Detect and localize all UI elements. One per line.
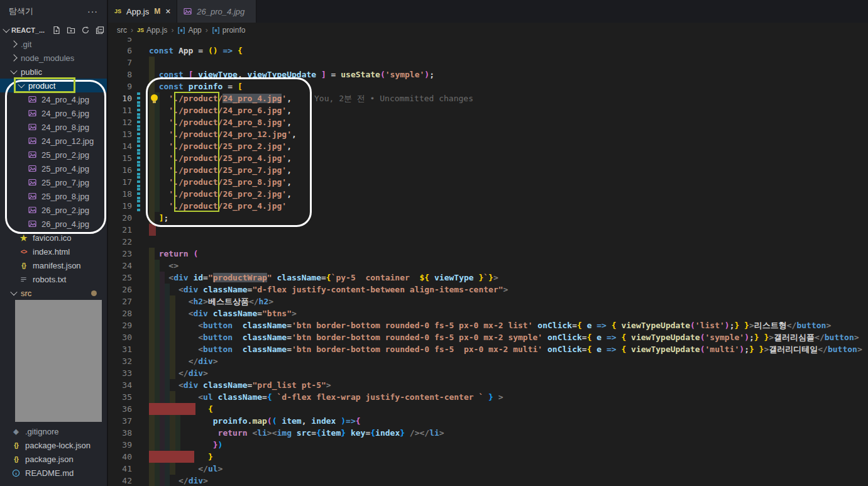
code-line-10[interactable]: 10 './product/24_pro_4.jpg',You, 2분 전 • …	[108, 92, 868, 104]
line-number: 38	[108, 427, 140, 439]
code-line-19[interactable]: 19 './product/26_pro_4.jpg'	[108, 200, 868, 212]
tree-item-26_pro_2.jpg[interactable]: 26_pro_2.jpg	[0, 203, 107, 217]
code-line-7[interactable]: 7	[108, 57, 868, 69]
code-line-39[interactable]: 39 })	[108, 439, 868, 451]
tree-item-26_pro_4.jpg[interactable]: 26_pro_4.jpg	[0, 217, 107, 231]
code-line-41[interactable]: 41 </ul>	[108, 463, 868, 475]
code-line-37[interactable]: 37 proinfo.map(( item, index )=>{	[108, 415, 868, 427]
code-line-29[interactable]: 29 <button className='btn border-bottom …	[108, 319, 868, 331]
code-line-32[interactable]: 32 </div>	[108, 355, 868, 367]
code-line-36[interactable]: 36 {	[108, 403, 868, 415]
code-line-25[interactable]: 25 <div id="productWrap" className={`py-…	[108, 272, 868, 284]
code-line-38[interactable]: 38 return <li><img src={item} key={index…	[108, 427, 868, 439]
tree-item-node_modules[interactable]: node_modules	[0, 51, 107, 65]
breadcrumb-item-src[interactable]: src	[117, 26, 127, 35]
code-line-23[interactable]: 23 return (	[108, 248, 868, 260]
line-number: 11	[108, 104, 140, 116]
tree-item-product[interactable]: product	[0, 79, 107, 92]
close-icon[interactable]: ×	[165, 6, 170, 16]
code-line-14[interactable]: 14 './product/25_pro_2.jpg',	[108, 140, 868, 152]
code-line-12[interactable]: 12 './product/24_pro_8.jpg',	[108, 116, 868, 128]
tree-item-25_pro_2.jpg[interactable]: 25_pro_2.jpg	[0, 148, 107, 162]
tree-item-favicon.ico[interactable]: ★favicon.ico	[0, 231, 107, 245]
tree-item-24_pro_12.jpg[interactable]: 24_pro_12.jpg	[0, 134, 107, 148]
code-line-35[interactable]: 35 <ul className={ `d-flex flex-wrap jus…	[108, 391, 868, 403]
git-modified-gutter	[137, 140, 140, 152]
code-line-34[interactable]: 34 <div className="prd_list pt-5">	[108, 379, 868, 391]
code-line-31[interactable]: 31 <button className='btn border-bottom …	[108, 343, 868, 355]
line-number: 23	[108, 248, 140, 260]
tree-item-.gitignore[interactable]: ◈.gitignore	[0, 424, 107, 438]
breadcrumb-separator: ›	[171, 26, 173, 35]
breadcrumb-item-proinfo[interactable]: proinfo	[212, 26, 246, 35]
tree-item-index.html[interactable]: <>index.html	[0, 245, 107, 258]
tree-item-package-lock.json[interactable]: {}package-lock.json	[0, 438, 107, 452]
tree-item-robots.txt[interactable]: robots.txt	[0, 272, 107, 286]
collapse-all-icon[interactable]	[96, 26, 104, 35]
tree-item-src[interactable]: src	[0, 286, 107, 300]
tree-item-25_pro_4.jpg[interactable]: 25_pro_4.jpg	[0, 162, 107, 175]
line-number: 36	[108, 403, 140, 415]
new-folder-icon	[67, 26, 75, 35]
tree-item-manifest.json[interactable]: {}manifest.json	[0, 258, 107, 272]
collapse-all-icon	[96, 26, 104, 35]
line-number: 14	[108, 140, 140, 152]
line-number: 22	[108, 236, 140, 248]
tree-item-24_pro_6.jpg[interactable]: 24_pro_6.jpg	[0, 106, 107, 120]
tab-App.js[interactable]: JSApp.jsM×	[108, 0, 177, 23]
code-line-20[interactable]: 20 ];	[108, 212, 868, 224]
project-section-header[interactable]: REACT_...	[0, 23, 107, 37]
tree-item-package.json[interactable]: {}package.json	[0, 452, 107, 466]
code-line-26[interactable]: 26 <div className="d-flex justify-conten…	[108, 284, 868, 295]
code-line-24[interactable]: 24 <>	[108, 260, 868, 272]
line-number: 13	[108, 128, 140, 140]
git-modified-gutter	[137, 176, 140, 188]
tab-bar: JSApp.jsM×26_pro_4.jpg	[108, 0, 868, 23]
tree-item-public[interactable]: public	[0, 65, 107, 79]
code-line-13[interactable]: 13 './product/24_pro_12.jpg',	[108, 128, 868, 140]
tree-item-24_pro_8.jpg[interactable]: 24_pro_8.jpg	[0, 120, 107, 134]
line-number: 15	[108, 152, 140, 164]
code-line-9[interactable]: 9 const proinfo = [	[108, 80, 868, 92]
line-number: 20	[108, 212, 140, 224]
more-actions-icon[interactable]: ···	[87, 6, 98, 16]
tree-item-.git[interactable]: .git	[0, 37, 107, 51]
refresh-icon[interactable]	[81, 26, 90, 35]
tree-item-24_pro_4.jpg[interactable]: 24_pro_4.jpg	[0, 92, 107, 106]
code-line-40[interactable]: 40 }	[108, 451, 868, 463]
git-modified-gutter	[137, 152, 140, 164]
git-modified-gutter	[137, 104, 140, 116]
tree-item-25_pro_7.jpg[interactable]: 25_pro_7.jpg	[0, 175, 107, 189]
line-number: 18	[108, 188, 140, 200]
code-line-17[interactable]: 17 './product/25_pro_8.jpg',	[108, 176, 868, 188]
image-file-icon	[28, 220, 36, 228]
code-line-11[interactable]: 11 './product/24_pro_6.jpg',	[108, 104, 868, 116]
code-line-22[interactable]: 22	[108, 236, 868, 248]
code-line-16[interactable]: 16 './product/25_pro_7.jpg',	[108, 164, 868, 176]
tab-26_pro_4.jpg[interactable]: 26_pro_4.jpg	[177, 0, 256, 23]
code-line-5[interactable]: 5	[108, 38, 868, 45]
new-file-icon[interactable]	[52, 26, 61, 35]
breadcrumb-item-App[interactable]: App	[177, 26, 201, 35]
code-line-15[interactable]: 15 './product/25_pro_4.jpg',	[108, 152, 868, 164]
breadcrumb-separator: ›	[131, 26, 133, 35]
code-line-18[interactable]: 18 './product/26_pro_2.jpg',	[108, 188, 868, 200]
line-number: 5	[108, 38, 140, 45]
breadcrumb-item-App.js[interactable]: JSApp.js	[137, 26, 167, 35]
chevron-down-icon	[10, 67, 17, 74]
code-line-8[interactable]: 8 const [ viewType, viewTypeUpdate ] = u…	[108, 69, 868, 80]
code-line-42[interactable]: 42 </div>	[108, 475, 868, 486]
new-folder-icon[interactable]	[67, 26, 75, 35]
code-line-28[interactable]: 28 <div className="btns">	[108, 307, 868, 319]
tree-item-README.md[interactable]: README.md	[0, 466, 107, 480]
lightbulb-icon[interactable]	[151, 94, 158, 101]
tree-item-25_pro_8.jpg[interactable]: 25_pro_8.jpg	[0, 189, 107, 203]
code-editor[interactable]: 56const App = () => {78 const [ viewType…	[108, 38, 868, 486]
code-line-21[interactable]: 21	[108, 224, 868, 236]
line-number: 16	[108, 164, 140, 176]
code-line-33[interactable]: 33 </div>	[108, 367, 868, 379]
code-line-6[interactable]: 6const App = () => {	[108, 45, 868, 57]
code-line-30[interactable]: 30 <button className='btn border-bottom …	[108, 331, 868, 343]
chevron-right-icon	[10, 40, 17, 47]
code-line-27[interactable]: 27 <h2>베스트상품</h2>	[108, 295, 868, 307]
